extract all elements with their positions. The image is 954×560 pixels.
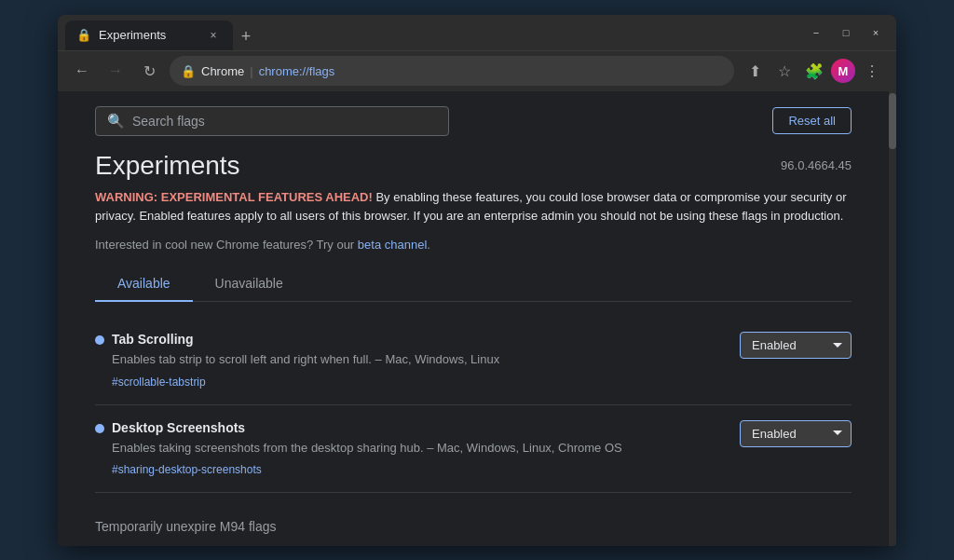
star-icon: ☆ bbox=[778, 62, 791, 80]
navigation-bar: ← → ↻ 🔒 Chrome | chrome://flags ⬆ ☆ 🧩 M … bbox=[58, 50, 896, 91]
address-lock-icon: 🔒 bbox=[181, 64, 196, 78]
maximize-button[interactable]: □ bbox=[833, 20, 859, 46]
browser-tab-active[interactable]: 🔒 Experiments × bbox=[65, 20, 233, 50]
flag-header: Tab Scrolling Enables tab strip to scrol… bbox=[95, 332, 852, 389]
truncated-flag-label: Temporarily unexpire M94 flags bbox=[95, 508, 852, 545]
forward-button[interactable]: → bbox=[102, 58, 129, 84]
flag-item-tab-scrolling: Tab Scrolling Enables tab strip to scrol… bbox=[95, 317, 852, 405]
beta-suffix-text: . bbox=[427, 238, 430, 252]
beta-prefix-text: Interested in cool new Chrome features? … bbox=[95, 238, 358, 252]
search-icon: 🔍 bbox=[107, 113, 125, 130]
more-icon: ⋮ bbox=[865, 62, 879, 80]
profile-avatar[interactable]: M bbox=[831, 59, 855, 83]
version-label: 96.0.4664.45 bbox=[781, 158, 852, 172]
flag-control[interactable]: Enabled Disabled Default bbox=[740, 332, 852, 359]
share-button[interactable]: ⬆ bbox=[742, 58, 768, 84]
share-icon: ⬆ bbox=[749, 62, 761, 80]
puzzle-icon: 🧩 bbox=[805, 62, 824, 80]
address-url: chrome://flags bbox=[259, 64, 335, 78]
search-input[interactable] bbox=[132, 114, 437, 129]
tab-unavailable[interactable]: Unavailable bbox=[193, 266, 306, 302]
main-content-area: 🔍 Reset all Experiments 96.0.4664.45 WAR… bbox=[58, 91, 889, 546]
menu-button[interactable]: ⋮ bbox=[859, 58, 885, 84]
new-tab-button[interactable]: + bbox=[233, 24, 259, 50]
tab-favicon: 🔒 bbox=[76, 28, 91, 43]
warning-bold-text: WARNING: EXPERIMENTAL FEATURES AHEAD! bbox=[95, 190, 373, 204]
browser-window: 🔒 Experiments × + − □ × ← → ↻ 🔒 Chrome |… bbox=[58, 15, 896, 546]
flag-description: Enables tab strip to scroll left and rig… bbox=[112, 350, 732, 369]
warning-text: WARNING: EXPERIMENTAL FEATURES AHEAD! By… bbox=[95, 188, 852, 227]
reload-button[interactable]: ↻ bbox=[136, 58, 162, 84]
close-button[interactable]: × bbox=[863, 20, 889, 46]
flag-item-desktop-screenshots: Desktop Screenshots Enables taking scree… bbox=[95, 405, 852, 494]
flag-indicator-dot bbox=[95, 335, 104, 345]
experiments-header: Experiments 96.0.4664.45 bbox=[95, 151, 852, 181]
scrollbar-thumb[interactable] bbox=[889, 93, 896, 149]
flag-info: Desktop Screenshots Enables taking scree… bbox=[112, 420, 732, 478]
tab-available-label: Available bbox=[117, 276, 170, 291]
tab-unavailable-label: Unavailable bbox=[215, 276, 283, 291]
minimize-button[interactable]: − bbox=[803, 20, 829, 46]
window-controls: − □ × bbox=[803, 20, 889, 46]
flag-anchor-link[interactable]: #sharing-desktop-screenshots bbox=[112, 463, 262, 476]
tabs-container: Available Unavailable bbox=[95, 266, 852, 302]
flag-info: Tab Scrolling Enables tab strip to scrol… bbox=[112, 332, 732, 389]
beta-channel-link[interactable]: beta channel bbox=[358, 238, 427, 252]
flag-select-desktop-screenshots[interactable]: Enabled Disabled Default bbox=[740, 420, 852, 447]
flag-name: Tab Scrolling bbox=[112, 332, 732, 347]
page-title: Experiments bbox=[95, 151, 240, 181]
tab-strip: 🔒 Experiments × + bbox=[65, 15, 803, 50]
address-bar[interactable]: 🔒 Chrome | chrome://flags bbox=[170, 56, 734, 86]
flag-description: Enables taking screenshots from the desk… bbox=[112, 439, 732, 458]
warning-box: WARNING: EXPERIMENTAL FEATURES AHEAD! By… bbox=[95, 188, 852, 227]
tab-close-button[interactable]: × bbox=[205, 27, 222, 44]
page-content: 🔍 Reset all Experiments 96.0.4664.45 WAR… bbox=[58, 91, 896, 546]
flag-name: Desktop Screenshots bbox=[112, 420, 732, 435]
extensions-button[interactable]: 🧩 bbox=[801, 58, 827, 84]
bookmark-button[interactable]: ☆ bbox=[771, 58, 797, 84]
flag-indicator-dot bbox=[95, 424, 104, 433]
scrollbar[interactable] bbox=[889, 91, 896, 546]
nav-actions: ⬆ ☆ 🧩 M ⋮ bbox=[742, 58, 885, 84]
title-bar: 🔒 Experiments × + − □ × bbox=[58, 15, 896, 50]
tab-available[interactable]: Available bbox=[95, 266, 193, 302]
flag-anchor-link[interactable]: #scrollable-tabstrip bbox=[112, 376, 206, 389]
address-site-name: Chrome bbox=[201, 64, 244, 78]
search-bar-container: 🔍 Reset all bbox=[95, 91, 852, 151]
reset-all-button[interactable]: Reset all bbox=[772, 107, 852, 134]
flag-select-tab-scrolling[interactable]: Enabled Disabled Default bbox=[740, 332, 852, 359]
flag-header: Desktop Screenshots Enables taking scree… bbox=[95, 420, 852, 478]
back-button[interactable]: ← bbox=[69, 58, 95, 84]
flag-control[interactable]: Enabled Disabled Default bbox=[740, 420, 852, 447]
search-input-wrapper[interactable]: 🔍 bbox=[95, 106, 449, 136]
address-separator: | bbox=[250, 64, 252, 78]
flag-item-truncated: Temporarily unexpire M94 flags bbox=[95, 493, 852, 545]
beta-channel-line: Interested in cool new Chrome features? … bbox=[95, 238, 852, 252]
tab-title: Experiments bbox=[99, 28, 198, 42]
